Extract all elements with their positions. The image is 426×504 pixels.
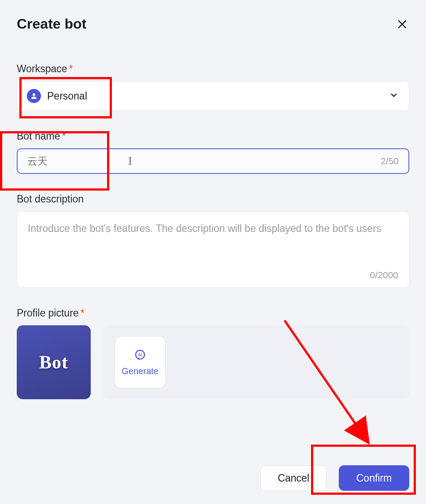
close-icon [396,18,408,30]
required-asterisk: * [69,63,73,74]
description-textarea[interactable]: Introduce the bot's features. The descri… [17,211,409,288]
generate-zone: AI Generate [103,325,409,399]
required-asterisk: * [62,130,66,142]
required-asterisk: * [81,307,85,319]
chevron-down-icon [389,90,399,102]
description-counter: 0/2000 [370,270,398,280]
generate-button[interactable]: AI Generate [115,336,166,388]
generate-label: Generate [122,366,158,376]
modal-title: Create bot [17,16,86,32]
svg-point-2 [33,93,35,96]
botname-group: Bot name* I 2/50 [17,130,409,174]
description-label-text: Bot description [17,193,84,205]
svg-text:AI: AI [138,352,142,357]
profile-picture-tile[interactable]: Bot [17,325,91,399]
close-button[interactable] [395,17,409,31]
picture-label-text: Profile picture [17,307,79,319]
ai-chat-icon: AI [133,349,147,362]
botname-label: Bot name* [17,130,409,142]
botname-label-text: Bot name [17,130,60,142]
modal-header: Create bot [17,16,409,32]
description-placeholder: Introduce the bot's features. The descri… [28,221,398,237]
picture-group: Profile picture* Bot AI Generate [17,307,409,399]
botname-input[interactable] [17,148,409,174]
workspace-select[interactable]: Personal [17,81,409,111]
botname-input-wrap: I 2/50 [17,148,409,174]
confirm-button[interactable]: Confirm [339,465,409,491]
workspace-label: Workspace* [17,63,409,75]
picture-row: Bot AI Generate [17,325,409,399]
profile-picture-text: Bot [39,352,68,373]
description-group: Bot description Introduce the bot's feat… [17,193,409,288]
description-label: Bot description [17,193,409,205]
picture-label: Profile picture* [17,307,409,319]
cancel-button[interactable]: Cancel [260,465,326,491]
workspace-group: Workspace* Personal [17,63,409,111]
modal-footer: Cancel Confirm [260,465,409,491]
person-icon [27,89,41,103]
botname-counter: 2/50 [381,156,399,166]
workspace-select-value: Personal [27,89,87,103]
workspace-label-text: Workspace [17,63,67,74]
create-bot-modal: Create bot Workspace* Personal Bot name* [0,0,426,399]
workspace-selected-text: Personal [47,90,87,102]
